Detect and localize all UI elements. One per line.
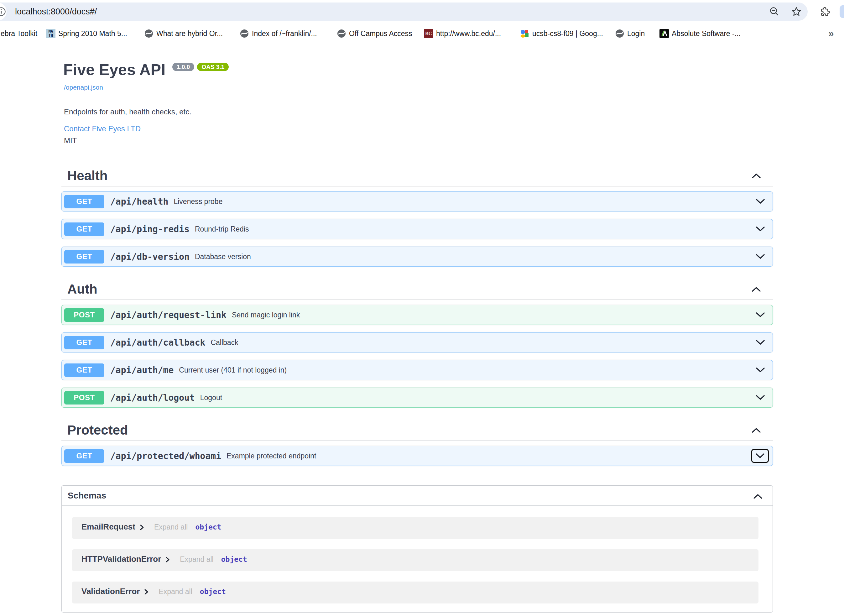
method-badge: GET	[64, 449, 104, 463]
chevron-down-icon[interactable]	[756, 395, 765, 401]
zoom-out-icon[interactable]	[769, 6, 780, 17]
section-header-health[interactable]: Health	[62, 166, 773, 186]
chevron-down-icon-focused[interactable]	[751, 449, 769, 463]
browser-window: localhost:8000/docs#/ ebra Toolkit MA TH…	[0, 0, 844, 616]
model-httpvalidationerror[interactable]: HTTPValidationError Expand all object	[72, 549, 759, 571]
toolbar-divider	[0, 47, 844, 47]
endpoint-get-api-ping-redis[interactable]: GET /api/ping-redis Round-trip Redis	[62, 219, 773, 239]
bookmarks-overflow-icon[interactable]: »	[828, 28, 834, 39]
url-bar[interactable]: localhost:8000/docs#/	[0, 3, 808, 21]
endpoint-post-auth-logout[interactable]: POST /api/auth/logout Logout	[62, 387, 773, 408]
swagger-content: Five Eyes API 1.0.0 OAS 3.1 /openapi.jso…	[62, 53, 773, 613]
google-favicon	[520, 29, 529, 38]
site-info-chip[interactable]	[0, 3, 7, 21]
endpoint-get-protected-whoami[interactable]: GET /api/protected/whoami Example protec…	[62, 446, 773, 466]
model-type: object	[221, 555, 247, 563]
license-label: MIT	[64, 136, 773, 145]
section-header-protected[interactable]: Protected	[62, 420, 773, 441]
absolute-favicon	[659, 29, 669, 38]
endpoint-get-auth-callback[interactable]: GET /api/auth/callback Callback	[62, 333, 773, 352]
endpoint-path: /api/ping-redis	[110, 224, 189, 235]
schemas-title: Schemas	[68, 491, 106, 501]
endpoint-summary: Send magic login link	[232, 311, 300, 319]
extensions-icon[interactable]	[820, 7, 830, 17]
chevron-down-icon[interactable]	[756, 312, 765, 318]
section-title: Health	[67, 168, 107, 183]
math-favicon: MA TH	[46, 29, 56, 38]
info-icon	[0, 6, 7, 17]
api-description: Endpoints for auth, health checks, etc.	[64, 107, 773, 116]
section-title: Protected	[67, 423, 128, 438]
expand-all-button[interactable]: Expand all	[180, 555, 213, 564]
endpoint-path: /api/protected/whoami	[110, 451, 221, 461]
globe-icon	[615, 29, 624, 38]
method-badge: GET	[64, 250, 104, 264]
section-auth: Auth POST /api/auth/request-link Send ma…	[62, 279, 773, 408]
endpoint-get-api-db-version[interactable]: GET /api/db-version Database version	[62, 246, 773, 267]
method-badge: GET	[64, 364, 104, 377]
openapi-spec-link[interactable]: /openapi.json	[64, 84, 103, 91]
endpoint-path: /api/health	[110, 197, 168, 207]
bookmark-franklin-index[interactable]: Index of /~franklin/...	[240, 25, 317, 43]
bookmark-bc-edu[interactable]: BC http://www.bc.edu/...	[424, 25, 501, 43]
model-validationerror[interactable]: ValidationError Expand all object	[72, 582, 759, 603]
expand-all-button[interactable]: Expand all	[158, 588, 192, 596]
bookmark-star-icon[interactable]	[791, 6, 802, 17]
schemas-section: Schemas EmailRequest Expand all object H…	[62, 485, 773, 613]
chevron-down-icon[interactable]	[756, 198, 765, 205]
endpoint-post-auth-request-link[interactable]: POST /api/auth/request-link Send magic l…	[62, 305, 773, 325]
model-type: object	[195, 523, 221, 531]
chevron-up-icon[interactable]	[753, 493, 762, 501]
version-badge: 1.0.0	[172, 63, 194, 71]
chevron-up-icon[interactable]	[752, 427, 761, 434]
contact-link[interactable]: Contact Five Eyes LTD	[64, 125, 141, 133]
endpoint-summary: Callback	[211, 339, 238, 347]
chevron-up-icon[interactable]	[752, 173, 761, 180]
bc-favicon: BC	[424, 29, 433, 38]
model-emailrequest[interactable]: EmailRequest Expand all object	[72, 517, 759, 539]
method-badge: GET	[64, 336, 104, 349]
page-title: Five Eyes API	[63, 61, 166, 79]
section-health: Health GET /api/health Liveness probe GE…	[62, 166, 773, 267]
profile-strip[interactable]	[840, 5, 844, 18]
section-protected: Protected GET /api/protected/whoami Exam…	[62, 420, 773, 466]
endpoint-summary: Current user (401 if not logged in)	[179, 366, 287, 374]
bookmark-hybrid[interactable]: What are hybrid Or...	[144, 25, 223, 43]
url-text[interactable]: localhost:8000/docs#/	[15, 3, 97, 21]
endpoint-summary: Database version	[195, 252, 251, 261]
schemas-header[interactable]: Schemas	[62, 485, 772, 506]
chevron-down-icon[interactable]	[756, 254, 765, 260]
chevron-up-icon[interactable]	[752, 286, 761, 293]
chevron-right-icon[interactable]	[140, 524, 144, 532]
endpoint-path: /api/auth/callback	[110, 337, 205, 348]
endpoint-summary: Example protected endpoint	[227, 452, 316, 460]
bookmark-ucsb-cs8[interactable]: ucsb-cs8-f09 | Goog...	[520, 25, 603, 43]
method-badge: POST	[64, 308, 104, 322]
globe-icon	[337, 29, 346, 38]
endpoint-get-auth-me[interactable]: GET /api/auth/me Current user (401 if no…	[62, 360, 773, 380]
model-type: object	[200, 588, 226, 595]
endpoint-path: /api/auth/me	[110, 365, 174, 375]
bookmark-spring-math[interactable]: MA TH Spring 2010 Math 5...	[46, 25, 127, 43]
globe-icon	[240, 29, 249, 38]
chevron-down-icon[interactable]	[756, 339, 765, 346]
chevron-down-icon[interactable]	[756, 367, 765, 373]
endpoint-summary: Logout	[200, 393, 222, 402]
bookmark-off-campus[interactable]: Off Campus Access	[337, 25, 412, 43]
section-header-auth[interactable]: Auth	[62, 279, 773, 300]
endpoint-get-api-health[interactable]: GET /api/health Liveness probe	[62, 191, 773, 211]
expand-all-button[interactable]: Expand all	[154, 523, 188, 531]
endpoint-path: /api/auth/logout	[110, 393, 195, 403]
bookmarks-bar: ebra Toolkit MA TH Spring 2010 Math 5...…	[0, 25, 844, 43]
method-badge: GET	[64, 223, 104, 236]
api-info: Five Eyes API 1.0.0 OAS 3.1 /openapi.jso…	[62, 53, 773, 145]
chevron-right-icon[interactable]	[166, 556, 170, 564]
bookmark-absolute-software[interactable]: Absolute Software -...	[659, 25, 741, 43]
bookmark-login[interactable]: Login	[615, 25, 645, 43]
endpoint-path: /api/auth/request-link	[110, 310, 227, 320]
chevron-down-icon[interactable]	[756, 226, 765, 232]
chevron-right-icon[interactable]	[144, 589, 148, 596]
bookmark-ebra-toolkit[interactable]: ebra Toolkit	[1, 25, 37, 43]
method-badge: POST	[64, 391, 104, 405]
method-badge: GET	[64, 195, 104, 208]
